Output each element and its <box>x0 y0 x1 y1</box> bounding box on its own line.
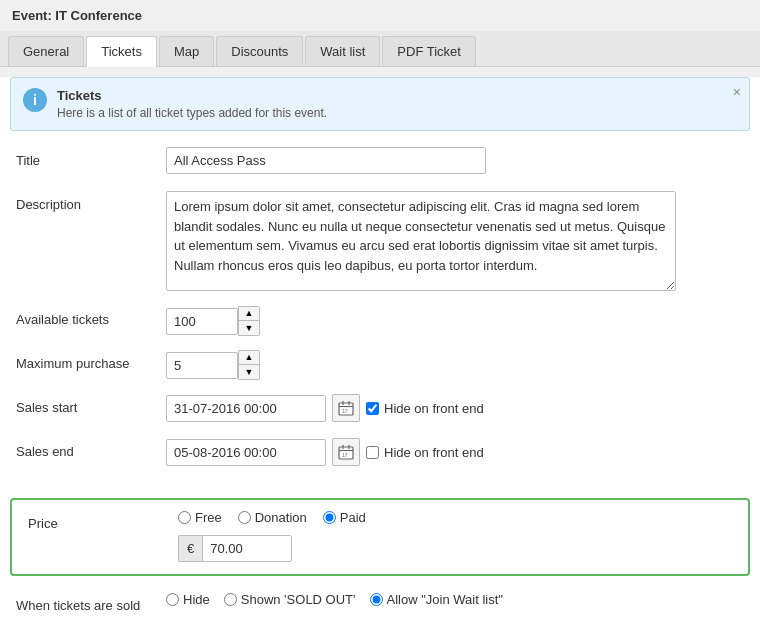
currency-badge: € <box>178 535 202 562</box>
event-name: IT Conference <box>55 8 142 23</box>
title-label: Title <box>16 147 166 168</box>
when-sold-soldout-radio[interactable] <box>224 593 237 606</box>
sales-end-date-wrap: 17 Hide on front end <box>166 438 744 466</box>
sales-start-hide-label: Hide on front end <box>366 401 484 416</box>
title-control <box>166 147 744 174</box>
price-free-label[interactable]: Free <box>178 510 222 525</box>
available-tickets-label: Available tickets <box>16 306 166 327</box>
sales-start-label: Sales start <box>16 394 166 415</box>
calendar-icon: 17 <box>338 444 354 460</box>
available-tickets-control: ▲ ▼ <box>166 306 744 336</box>
price-input[interactable] <box>202 535 292 562</box>
description-textarea[interactable]: Lorem ipsum dolor sit amet, consectetur … <box>166 191 676 291</box>
when-sold-soldout-text: Shown 'SOLD OUT' <box>241 592 356 607</box>
when-sold-waitlist-radio[interactable] <box>370 593 383 606</box>
when-sold-section: When tickets are sold Hide Shown 'SOLD O… <box>0 584 760 640</box>
description-control: Lorem ipsum dolor sit amet, consectetur … <box>166 191 744 294</box>
max-purchase-up[interactable]: ▲ <box>239 351 259 365</box>
when-sold-hide-radio[interactable] <box>166 593 179 606</box>
tab-pdfticket[interactable]: PDF Ticket <box>382 36 476 66</box>
calendar-icon: 17 <box>338 400 354 416</box>
sales-start-hide-text: Hide on front end <box>384 401 484 416</box>
tab-tickets[interactable]: Tickets <box>86 36 157 67</box>
when-sold-waitlist-text: Allow "Join Wait list" <box>387 592 503 607</box>
when-sold-radios: Hide Shown 'SOLD OUT' Allow "Join Wait l… <box>166 592 744 607</box>
when-sold-waitlist-label[interactable]: Allow "Join Wait list" <box>370 592 503 607</box>
price-label: Price <box>28 510 178 531</box>
when-sold-control: Hide Shown 'SOLD OUT' Allow "Join Wait l… <box>166 592 744 617</box>
price-input-wrap: € <box>178 535 732 562</box>
tabs-bar: General Tickets Map Discounts Wait list … <box>0 31 760 67</box>
when-sold-row: When tickets are sold Hide Shown 'SOLD O… <box>16 592 744 624</box>
price-row: Price Free Donation Paid <box>28 510 732 562</box>
svg-text:17: 17 <box>342 452 348 458</box>
sales-end-hide-text: Hide on front end <box>384 445 484 460</box>
sales-start-calendar-button[interactable]: 17 <box>332 394 360 422</box>
price-section: Price Free Donation Paid <box>10 498 750 576</box>
available-tickets-spinner-buttons: ▲ ▼ <box>238 306 260 336</box>
max-purchase-control: ▲ ▼ <box>166 350 744 380</box>
sales-end-input[interactable] <box>166 439 326 466</box>
price-free-text: Free <box>195 510 222 525</box>
main-content: i Tickets Here is a list of all ticket t… <box>0 77 760 640</box>
when-sold-hide-text: Hide <box>183 592 210 607</box>
tab-discounts[interactable]: Discounts <box>216 36 303 66</box>
max-purchase-input[interactable] <box>166 352 238 379</box>
close-icon[interactable]: × <box>733 84 741 100</box>
sales-end-row: Sales end 17 Hi <box>16 438 744 470</box>
info-title: Tickets <box>57 88 327 103</box>
sales-end-hide-checkbox[interactable] <box>366 446 379 459</box>
price-donation-text: Donation <box>255 510 307 525</box>
form-section: Title Description Lorem ipsum dolor sit … <box>0 139 760 490</box>
info-icon: i <box>23 88 47 112</box>
sales-end-calendar-button[interactable]: 17 <box>332 438 360 466</box>
title-input[interactable] <box>166 147 486 174</box>
price-paid-radio[interactable] <box>323 511 336 524</box>
tab-waitlist[interactable]: Wait list <box>305 36 380 66</box>
sales-start-control: 17 Hide on front end <box>166 394 744 422</box>
price-paid-text: Paid <box>340 510 366 525</box>
available-tickets-down[interactable]: ▼ <box>239 321 259 335</box>
sales-start-hide-checkbox[interactable] <box>366 402 379 415</box>
svg-text:17: 17 <box>342 408 348 414</box>
max-purchase-down[interactable]: ▼ <box>239 365 259 379</box>
tab-general[interactable]: General <box>8 36 84 66</box>
sales-start-date-wrap: 17 Hide on front end <box>166 394 744 422</box>
max-purchase-row: Maximum purchase ▲ ▼ <box>16 350 744 382</box>
title-row: Title <box>16 147 744 179</box>
info-description: Here is a list of all ticket types added… <box>57 106 327 120</box>
description-label: Description <box>16 191 166 212</box>
tab-map[interactable]: Map <box>159 36 214 66</box>
price-free-radio[interactable] <box>178 511 191 524</box>
price-radio-group: Free Donation Paid <box>178 510 732 525</box>
price-donation-label[interactable]: Donation <box>238 510 307 525</box>
price-paid-label[interactable]: Paid <box>323 510 366 525</box>
sales-end-label: Sales end <box>16 438 166 459</box>
sales-start-input[interactable] <box>166 395 326 422</box>
available-tickets-up[interactable]: ▲ <box>239 307 259 321</box>
price-donation-radio[interactable] <box>238 511 251 524</box>
available-tickets-input[interactable] <box>166 308 238 335</box>
when-sold-label: When tickets are sold <box>16 592 166 613</box>
max-purchase-spinner-buttons: ▲ ▼ <box>238 350 260 380</box>
info-text: Tickets Here is a list of all ticket typ… <box>57 88 327 120</box>
sales-end-control: 17 Hide on front end <box>166 438 744 466</box>
info-box: i Tickets Here is a list of all ticket t… <box>10 77 750 131</box>
event-label: Event: <box>12 8 52 23</box>
max-purchase-label: Maximum purchase <box>16 350 166 371</box>
description-row: Description Lorem ipsum dolor sit amet, … <box>16 191 744 294</box>
when-sold-hide-label[interactable]: Hide <box>166 592 210 607</box>
event-header: Event: IT Conference <box>0 0 760 31</box>
price-control: Free Donation Paid € <box>178 510 732 562</box>
sales-start-row: Sales start 17 <box>16 394 744 426</box>
when-sold-soldout-label[interactable]: Shown 'SOLD OUT' <box>224 592 356 607</box>
sales-end-hide-label: Hide on front end <box>366 445 484 460</box>
max-purchase-spinner: ▲ ▼ <box>166 350 744 380</box>
available-tickets-row: Available tickets ▲ ▼ <box>16 306 744 338</box>
available-tickets-spinner: ▲ ▼ <box>166 306 744 336</box>
